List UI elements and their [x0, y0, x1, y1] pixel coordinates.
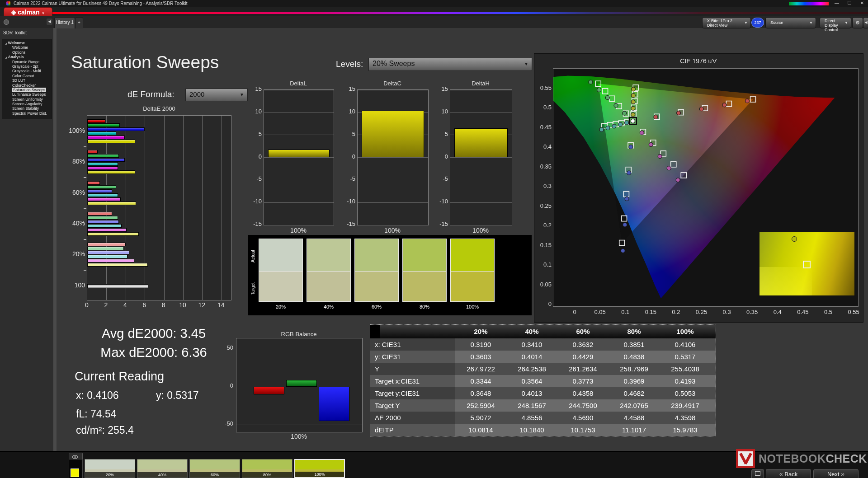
sidebar-item-screen-uniformity[interactable]: Screen Uniformity: [2, 97, 51, 102]
back-button[interactable]: « Back: [766, 469, 811, 478]
sidebar-item-colorchecker[interactable]: ColorChecker: [2, 83, 51, 88]
watermark-check: CHECK: [826, 452, 867, 465]
sidebar-radio-icon[interactable]: [4, 19, 9, 25]
ytick--10: -10: [434, 198, 448, 205]
swatch-actual-40%: [307, 239, 351, 272]
sidebar-item-luminance-sweeps[interactable]: Luminance Sweeps: [2, 92, 51, 97]
levels-dropdown[interactable]: 20% Sweeps ▼: [368, 58, 532, 71]
display-status-stripe: [821, 19, 822, 27]
tab-history-1[interactable]: History 1: [54, 17, 75, 28]
rainbow-strip: [789, 2, 829, 5]
deltae-xtick-10: 10: [177, 301, 188, 309]
sidebar-item-3d-lut[interactable]: 3D LUT: [2, 78, 51, 83]
deltae-group-label-100: 100: [58, 281, 85, 289]
sidebar-item-options[interactable]: Options: [2, 50, 51, 55]
sidebar-item-grayscale-2pt[interactable]: Grayscale - 2pt: [2, 64, 51, 69]
maximize-button[interactable]: ☐: [844, 0, 855, 6]
thumbnail-80%[interactable]: 80%: [242, 459, 292, 478]
sidebar-item-screen-angularity[interactable]: Screen Angularity: [2, 102, 51, 106]
source-dropdown[interactable]: Source ▼: [765, 17, 816, 28]
sidebar-item-spectral-power-dist-[interactable]: Spectral Power Dist.: [2, 111, 51, 116]
ytick-5: 5: [248, 131, 262, 137]
tab-add-button[interactable]: +: [75, 17, 83, 28]
swatch-actual-100%: [450, 239, 495, 272]
thumbnail-pattern-window[interactable]: [69, 459, 83, 478]
deltae-group-label-40%: 40%: [58, 220, 85, 227]
rgb-bar-R: [254, 387, 284, 394]
swatch-target-100%: [450, 272, 495, 302]
sidebar-item-dynamic-range[interactable]: Dynamic Range: [2, 60, 51, 64]
avg-de2000: Avg dE2000: 3.45: [90, 326, 217, 341]
deltah-xlabel: 100%: [450, 227, 511, 234]
sidebar-item-saturation-sweeps[interactable]: Saturation Sweeps: [2, 88, 51, 92]
swatch-label-60%: 60%: [354, 304, 399, 309]
meter-dropdown[interactable]: X-Rite i1Pro 2 Direct View ▼: [702, 17, 751, 28]
notebookcheck-logo-icon: [736, 449, 755, 468]
cie-xtick-0.25: 0.25: [692, 309, 712, 315]
display-control-dropdown[interactable]: Direct Display Control ▼: [820, 17, 851, 28]
preview-tab[interactable]: [69, 453, 83, 459]
deltae-bar-40%-green: [87, 216, 118, 220]
ytick--10: -10: [248, 198, 262, 205]
thumbnail-20%[interactable]: 20%: [85, 459, 135, 478]
current-x: x: 0.4106: [76, 389, 119, 402]
rgb-xlabel: 100%: [236, 433, 362, 440]
swatch-target-20%: [259, 272, 303, 302]
deltae-xtick-2: 2: [100, 301, 111, 309]
calman-logo-label: calman: [18, 9, 39, 16]
sidebar-item-analysis[interactable]: ◢Analysis: [2, 55, 51, 59]
deltae-bar-40%-yellow: [87, 232, 139, 236]
thumbnail-40%[interactable]: 40%: [137, 459, 188, 478]
ytick--15: -15: [434, 220, 448, 227]
sidebar-item-welcome[interactable]: Welcome: [2, 45, 51, 50]
cie-ytick-0: 0: [535, 300, 552, 307]
panel-collapse-button[interactable]: ◀: [863, 17, 868, 28]
cie-xtick-0.1: 0.1: [615, 309, 635, 315]
deltah-bar-chart: [450, 89, 512, 225]
deltae-bar-100%-red: [87, 119, 105, 123]
deltae-bar-40%-red: [87, 212, 112, 216]
thumbnail-60%[interactable]: 60%: [189, 459, 240, 478]
calman-logo-glyph-icon: ◈: [11, 9, 16, 16]
thumbnail-100%[interactable]: 100%: [294, 459, 345, 478]
cie-ytick-0.2: 0.2: [535, 222, 552, 229]
deltae-bar-40%-magenta: [87, 228, 127, 232]
deltal-title: DeltaL: [264, 80, 333, 87]
rgb-balance-chart: [236, 338, 363, 432]
deltae-chart-title: DeltaE 2000: [87, 105, 231, 112]
minimize-button[interactable]: —: [831, 0, 843, 6]
pattern-window-button[interactable]: [751, 469, 764, 478]
cie-xtick-0.3: 0.3: [717, 309, 737, 315]
chevron-down-icon: ▼: [240, 92, 244, 97]
tick: [84, 177, 86, 178]
deltae-bar-20%-red: [87, 243, 126, 246]
cie-title: CIE 1976 u'v': [534, 57, 863, 65]
sidebar-splitter[interactable]: [53, 28, 57, 451]
sidebar-item-welcome[interactable]: ◢Welcome: [2, 41, 51, 45]
ytick-0: 0: [434, 153, 448, 160]
sidebar-title: SDR Toolkit: [3, 30, 27, 35]
title-bar: Calman 2022 Calman Ultimate for Business…: [0, 0, 868, 7]
table-row-Y: Y267.9722264.2538261.2634258.7969255.403…: [370, 363, 716, 375]
sidebar-item-screen-stability[interactable]: Screen Stability: [2, 106, 51, 111]
swatch-label-20%: 20%: [259, 304, 303, 309]
de-formula-dropdown[interactable]: 2000 ▼: [185, 89, 248, 101]
deltae-bar-80%-cyan: [87, 162, 118, 166]
table-row-x-CIE31: x: CIE310.31900.34100.36320.38510.4106: [370, 338, 716, 351]
table-row-Target-y-CIE31: Target y:CIE310.36480.40130.43580.46820.…: [370, 387, 716, 399]
sidebar: ◀ SDR Toolkit ◢WelcomeWelcomeOptions◢Ana…: [0, 28, 53, 451]
swatch-actual-60%: [354, 239, 399, 272]
de-formula-value: 2000: [189, 90, 204, 98]
sidebar-item-grayscale-multi[interactable]: Grayscale - Multi: [2, 69, 51, 73]
deltae-bar-80%-blue: [87, 158, 125, 162]
close-button[interactable]: ✕: [856, 0, 868, 6]
cie-xtick-0.35: 0.35: [742, 309, 762, 315]
settings-gear-button[interactable]: ⚙: [852, 17, 863, 28]
ytick-15: 15: [248, 85, 262, 92]
sidebar-collapse-button[interactable]: ◀: [47, 19, 52, 25]
next-button[interactable]: Next »: [813, 469, 859, 478]
cie-xtick-0.5: 0.5: [818, 309, 838, 315]
swatch-target-40%: [307, 272, 351, 302]
rgb-ytick--50: -50: [219, 420, 233, 427]
sidebar-item-color-gamut[interactable]: Color Gamut: [2, 74, 51, 78]
